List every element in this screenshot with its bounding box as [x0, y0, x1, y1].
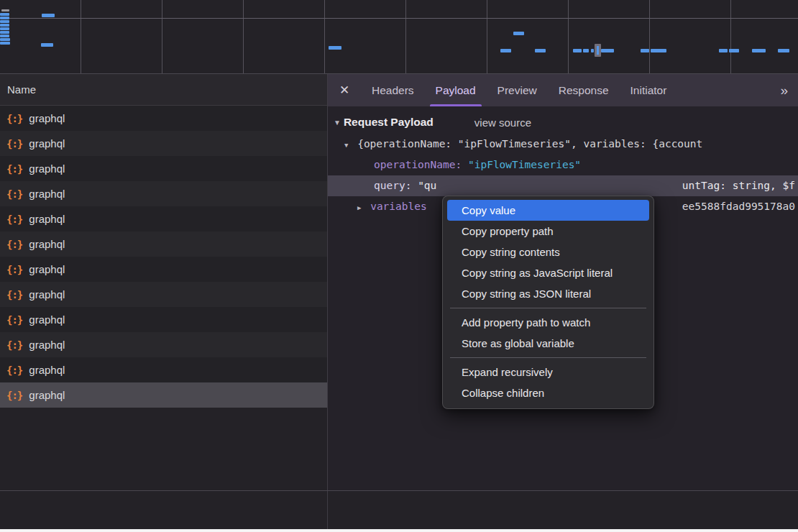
- context-menu-item-collapse-children[interactable]: Collapse children: [443, 382, 653, 403]
- request-row-graphql[interactable]: {:}graphql: [0, 332, 327, 357]
- request-row-graphql[interactable]: {:}graphql: [0, 131, 327, 156]
- request-row-graphql[interactable]: {:}graphql: [0, 206, 327, 231]
- timeline-hairline: [0, 18, 798, 19]
- expand-triangle-icon[interactable]: ▶: [357, 204, 361, 211]
- request-timing-bar: [729, 49, 739, 52]
- context-menu-item-expand-recursively[interactable]: Expand recursively: [443, 362, 653, 382]
- detail-tab-bar: ✕ HeadersPayloadPreviewResponseInitiator…: [328, 74, 798, 106]
- context-menu-item-copy-string-as-javascript-literal[interactable]: Copy string as JavaScript literal: [443, 262, 653, 283]
- request-payload-section-header[interactable]: ▼ Request Payload view source: [328, 106, 798, 134]
- request-row-graphql[interactable]: {:}graphql: [0, 382, 327, 408]
- timeline-gridline: [649, 0, 650, 74]
- request-timing-bar: [752, 49, 766, 52]
- request-row-graphql[interactable]: {:}graphql: [0, 282, 327, 307]
- property-key: operationName: [374, 159, 456, 170]
- request-row-graphql[interactable]: {:}graphql: [0, 231, 327, 257]
- request-name-label: graphql: [29, 263, 65, 275]
- request-payload-title: Request Payload: [344, 116, 434, 129]
- request-timing-bar: [641, 49, 649, 52]
- context-menu-item-copy-value[interactable]: Copy value: [447, 200, 649, 221]
- footer-divider: [0, 490, 798, 491]
- request-row-graphql[interactable]: {:}graphql: [0, 307, 327, 332]
- json-braces-icon: {:}: [6, 289, 22, 301]
- request-row-graphql[interactable]: {:}graphql: [0, 357, 327, 382]
- tab-preview[interactable]: Preview: [492, 74, 543, 106]
- request-timing-bar: [778, 49, 789, 52]
- json-braces-icon: {:}: [6, 364, 22, 376]
- json-braces-icon: {:}: [6, 113, 22, 124]
- request-timing-bar: [0, 31, 9, 34]
- request-row-graphql[interactable]: {:}graphql: [0, 181, 327, 206]
- request-list-name-column-header[interactable]: Name: [0, 74, 327, 106]
- context-menu-item-copy-property-path[interactable]: Copy property path: [443, 221, 653, 242]
- context-menu-item-copy-string-as-json-literal[interactable]: Copy string as JSON literal: [443, 283, 653, 304]
- request-list-panel: Name {:}graphql{:}graphql{:}graphql{:}gr…: [0, 74, 327, 490]
- close-icon[interactable]: ✕: [328, 83, 361, 98]
- tab-initiator[interactable]: Initiator: [625, 74, 673, 106]
- query-row-selected[interactable]: query: "qu untTag: string, $f: [328, 175, 798, 196]
- request-row-graphql[interactable]: {:}graphql: [0, 257, 327, 282]
- panel-split-divider[interactable]: [327, 74, 328, 529]
- json-braces-icon: {:}: [6, 188, 22, 200]
- request-timing-bar: [0, 42, 10, 45]
- timeline-gridline: [81, 0, 81, 74]
- context-menu-item-add-property-path-to-watch[interactable]: Add property path to watch: [443, 312, 653, 333]
- timeline-selected-marker: [595, 44, 601, 57]
- request-list: {:}graphql{:}graphql{:}graphql{:}graphql…: [0, 106, 327, 408]
- collapse-triangle-icon[interactable]: ▼: [344, 142, 348, 149]
- json-braces-icon: {:}: [6, 390, 22, 401]
- request-row-graphql[interactable]: {:}graphql: [0, 156, 327, 181]
- request-timing-bar: [0, 13, 9, 16]
- request-name-label: graphql: [29, 339, 65, 351]
- timeline-gridline: [568, 0, 569, 74]
- timeline-gridline: [324, 0, 325, 74]
- devtools-network-panel: Name {:}graphql{:}graphql{:}graphql{:}gr…: [0, 0, 798, 529]
- request-name-label: graphql: [29, 389, 65, 401]
- operation-name-row[interactable]: operationName: "ipFlowTimeseries": [328, 155, 798, 175]
- payload-root-preview: {operationName: "ipFlowTimeseries", vari…: [357, 138, 702, 150]
- tab-headers[interactable]: Headers: [366, 74, 420, 106]
- request-row-graphql[interactable]: {:}graphql: [0, 106, 327, 131]
- context-menu-separator: [450, 357, 646, 358]
- context-menu-item-store-as-global-variable[interactable]: Store as global variable: [443, 333, 653, 354]
- request-name-label: graphql: [29, 313, 65, 326]
- request-timing-bar: [42, 14, 55, 17]
- request-timing-bar: [0, 27, 9, 30]
- property-value-start: "qu: [418, 180, 436, 191]
- request-timing-bar: [41, 43, 53, 47]
- collapse-triangle-icon[interactable]: ▼: [334, 119, 341, 127]
- request-timing-bar: [329, 46, 341, 50]
- tab-payload[interactable]: Payload: [430, 74, 482, 106]
- request-name-label: graphql: [29, 137, 65, 150]
- timeline-gridline: [243, 0, 244, 74]
- request-timing-bar: [0, 20, 9, 23]
- property-key: variables: [370, 201, 427, 212]
- request-timing-bar: [591, 49, 594, 52]
- page-background-strip: [0, 529, 798, 532]
- timeline-gridline: [162, 0, 162, 74]
- request-timing-bar: [601, 49, 614, 52]
- request-timing-bar: [535, 49, 546, 52]
- tab-overflow-chevrons-icon[interactable]: »: [780, 83, 788, 98]
- request-timing-bar: [719, 49, 728, 52]
- timeline-gridline: [405, 0, 406, 74]
- request-timing-bar: [1, 9, 9, 12]
- request-timing-bar: [573, 49, 582, 52]
- request-timing-bar: [513, 32, 524, 35]
- request-name-label: graphql: [29, 162, 65, 175]
- request-name-label: graphql: [29, 213, 65, 225]
- request-timing-bar: [0, 38, 10, 41]
- network-overview-timeline[interactable]: [0, 0, 798, 74]
- request-timing-bar: [500, 49, 511, 52]
- json-braces-icon: {:}: [6, 264, 22, 275]
- property-key: query: [374, 180, 405, 191]
- json-braces-icon: {:}: [6, 138, 22, 150]
- view-source-link[interactable]: view source: [474, 116, 531, 129]
- context-menu-item-copy-string-contents[interactable]: Copy string contents: [443, 242, 653, 262]
- payload-root-row[interactable]: ▼ {operationName: "ipFlowTimeseries", va…: [328, 134, 798, 155]
- timeline-gridline: [487, 0, 487, 74]
- request-timing-bar: [651, 49, 666, 52]
- json-braces-icon: {:}: [6, 314, 22, 326]
- context-menu: Copy valueCopy property pathCopy string …: [442, 196, 654, 409]
- tab-response[interactable]: Response: [553, 74, 615, 106]
